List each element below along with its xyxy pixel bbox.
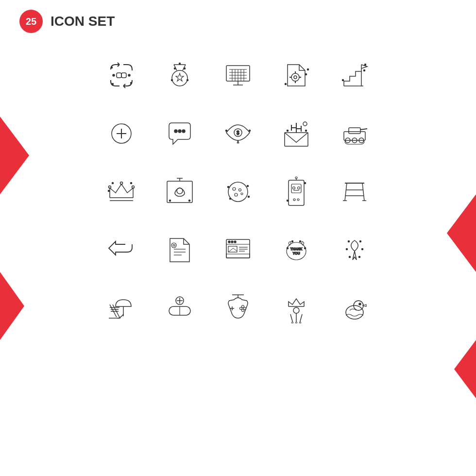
svg-point-158 [242,309,244,312]
svg-point-6 [112,84,114,85]
icon-crown [95,165,148,219]
svg-point-78 [108,190,110,192]
svg-point-119 [228,241,230,243]
svg-point-120 [231,241,233,243]
icon-document-text [153,223,206,277]
svg-point-41 [364,70,365,71]
svg-marker-8 [176,73,184,81]
svg-point-37 [285,84,287,85]
svg-point-84 [170,200,171,202]
svg-line-125 [233,248,237,251]
icon-computer [211,49,265,102]
svg-point-102 [297,199,299,201]
svg-point-35 [306,74,307,75]
svg-point-135 [300,241,301,242]
svg-point-141 [359,256,360,258]
svg-point-30 [294,76,297,79]
svg-line-164 [290,314,292,321]
icon-luggage-stand [328,165,381,219]
svg-point-36 [307,69,309,70]
svg-point-116 [173,244,175,246]
svg-point-0 [113,74,115,76]
svg-point-64 [306,130,307,132]
icon-reply [95,223,148,277]
svg-point-77 [131,183,132,184]
svg-point-13 [184,68,186,69]
svg-rect-66 [349,128,360,134]
svg-point-172 [359,303,361,305]
svg-point-159 [240,307,242,310]
svg-point-138 [346,249,348,250]
svg-point-12 [174,68,176,69]
svg-point-47 [178,130,181,133]
svg-point-121 [234,241,236,243]
header: 25 ICON SET [19,10,115,33]
svg-text:$: $ [237,130,239,136]
svg-point-40 [365,64,366,66]
svg-point-91 [247,186,249,187]
icon-flag-stairs [328,49,381,102]
icon-eye-dollar: $ [211,107,265,160]
svg-point-90 [228,187,229,188]
svg-point-156 [242,306,244,308]
svg-point-15 [171,80,173,81]
icon-document-gear [270,49,323,102]
icon-tank [328,107,381,160]
icon-cookie [211,165,265,219]
icon-beach-chair [95,282,148,335]
svg-point-48 [182,130,185,133]
svg-line-166 [300,314,302,321]
svg-point-73 [109,186,111,188]
svg-point-115 [171,243,176,248]
svg-text:YOU: YOU [292,252,300,255]
svg-point-16 [187,80,188,81]
svg-rect-65 [344,132,365,140]
svg-point-29 [291,73,299,81]
svg-point-133 [305,248,306,249]
decoration-triangle-left2 [0,272,24,340]
svg-point-4 [111,67,113,68]
icon-thank-you-card: THANK YOU [270,223,323,277]
decoration-triangle-left1 [0,117,29,194]
icon-phone-robot [270,165,323,219]
svg-line-107 [362,183,364,201]
svg-rect-2 [117,73,121,78]
svg-point-75 [132,186,135,188]
svg-point-104 [287,200,289,202]
svg-marker-167 [291,321,293,323]
icon-biohazard [153,165,206,219]
svg-point-136 [348,241,350,242]
svg-point-62 [303,122,307,126]
icon-browser [211,223,265,277]
svg-point-88 [235,193,238,196]
svg-point-103 [305,183,306,184]
svg-point-42 [342,80,344,81]
svg-point-97 [298,187,300,189]
icon-grid: $ [95,49,381,335]
svg-point-170 [346,306,363,319]
decoration-triangle-right1 [447,194,476,272]
icon-circle-plus [95,107,148,160]
svg-point-76 [112,183,114,184]
icon-duck-toy [328,282,381,335]
svg-point-140 [349,256,351,258]
svg-rect-122 [226,254,250,258]
icon-crown-pencils [270,282,323,335]
icon-chain-link [95,49,148,102]
svg-point-132 [287,248,289,249]
svg-point-89 [241,193,243,195]
svg-point-14 [179,63,181,65]
icon-ribbon [328,223,381,277]
svg-line-124 [228,248,233,252]
icon-game-controller [211,282,265,335]
svg-point-92 [248,196,250,198]
svg-point-163 [293,307,299,313]
svg-point-5 [131,83,132,84]
icon-count-badge: 25 [19,10,43,33]
svg-marker-168 [295,321,297,323]
svg-point-46 [174,130,177,133]
svg-point-139 [362,249,363,250]
svg-marker-169 [299,321,301,323]
svg-point-74 [120,182,123,185]
svg-point-54 [226,130,227,132]
